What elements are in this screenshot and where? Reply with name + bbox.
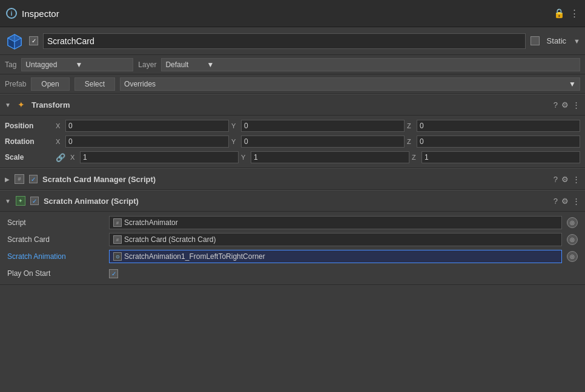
tag-dropdown[interactable]: Untagged ▼ <box>21 58 133 71</box>
scratch-animator-help-icon[interactable]: ? <box>554 197 558 206</box>
scratch-card-field-row: Scratch Card # Scratch Card (Scratch Car… <box>0 231 585 248</box>
position-xyz-group: X Y Z <box>56 120 580 132</box>
script-field-row: Script # ScratchAnimator ◎ <box>0 214 585 231</box>
scratch-card-manager-settings-icon[interactable]: ⚙ <box>561 175 569 184</box>
scale-y-input[interactable] <box>251 151 409 163</box>
transform-fields: Position X Y Z Rotation X Y Z Scale 🔗 X … <box>0 116 585 168</box>
prefab-overrides-dropdown[interactable]: Overrides ▼ <box>120 77 580 91</box>
transform-section-title: Transform <box>31 100 549 109</box>
prefab-open-button[interactable]: Open <box>31 77 69 91</box>
transform-help-icon[interactable]: ? <box>554 100 558 109</box>
script-target-button[interactable]: ◎ <box>567 217 578 228</box>
static-checkbox[interactable] <box>530 36 540 45</box>
transform-settings-icon[interactable]: ⚙ <box>561 100 569 109</box>
position-x-input[interactable] <box>65 120 229 132</box>
scratch-card-manager-checkbox[interactable]: ✓ <box>29 175 38 183</box>
play-on-start-field-value: ✓ <box>109 269 578 278</box>
scratch-card-manager-title: Scratch Card Manager (Script) <box>42 175 549 184</box>
menu-icon[interactable]: ⋮ <box>570 8 579 19</box>
play-on-start-checkbox[interactable]: ✓ <box>109 269 118 278</box>
scale-z-label: Z <box>412 154 419 161</box>
scratch-animation-target-button[interactable]: ◎ <box>567 251 578 262</box>
rotation-x-input[interactable] <box>65 136 229 148</box>
script-field-value: # ScratchAnimator <box>109 216 562 229</box>
rotation-x-label: X <box>56 138 63 145</box>
static-label: Static <box>547 36 567 45</box>
scratch-animation-value-icon: ⊙ <box>113 252 122 261</box>
scratch-animator-more-icon[interactable]: ⋮ <box>572 197 580 206</box>
scratch-animation-field-row: Scratch Animation ⊙ ScratchAnimation1_Fr… <box>0 248 585 265</box>
scratch-card-field-label: Scratch Card <box>7 235 104 244</box>
scratch-card-value-icon: # <box>113 235 122 244</box>
inspector-header: i Inspector 🔒 ⋮ <box>0 0 585 27</box>
layer-label: Layer <box>138 60 156 69</box>
position-label: Position <box>5 122 53 130</box>
prefab-select-button[interactable]: Select <box>74 77 115 91</box>
prefab-row: Prefab Open Select Overrides ▼ <box>0 74 585 94</box>
scratch-animator-script-icon: ✦ <box>16 196 25 206</box>
static-dropdown-arrow[interactable]: ▼ <box>573 38 580 45</box>
prefab-label: Prefab <box>5 80 26 88</box>
transform-collapse-icon[interactable]: ▼ <box>5 102 11 108</box>
scale-lock-icon[interactable]: 🔗 <box>56 153 65 162</box>
scale-xyz-group: X Y Z <box>70 151 580 163</box>
rotation-label: Rotation <box>5 137 53 146</box>
lock-icon[interactable]: 🔒 <box>554 8 565 19</box>
scale-x-label: X <box>70 154 78 161</box>
position-y-label: Y <box>231 122 239 129</box>
rotation-y-label: Y <box>231 138 239 145</box>
tag-layer-row: Tag Untagged ▼ Layer Default ▼ <box>0 55 585 74</box>
scratch-card-manager-more-icon[interactable]: ⋮ <box>572 175 580 184</box>
play-on-start-field-row: Play On Start ✓ <box>0 265 585 282</box>
script-value-icon: # <box>113 218 122 227</box>
scratch-animator-checkbox[interactable]: ✓ <box>30 197 39 205</box>
scale-z-input[interactable] <box>421 151 580 163</box>
scratch-card-manager-tools: ? ⚙ ⋮ <box>554 175 580 184</box>
position-y-input[interactable] <box>241 120 405 132</box>
inspector-title: Inspector <box>22 8 554 19</box>
rotation-y-input[interactable] <box>241 136 405 148</box>
scratch-animation-field-value[interactable]: ⊙ ScratchAnimation1_FromLeftToRightCorne… <box>109 250 562 263</box>
scale-label: Scale <box>5 153 53 162</box>
scale-y-label: Y <box>241 154 248 161</box>
scratch-card-manager-collapse-icon[interactable]: ▶ <box>5 176 10 183</box>
scratch-animation-field-label: Scratch Animation <box>7 252 104 261</box>
scratch-animator-collapse-icon[interactable]: ▼ <box>5 198 11 204</box>
tag-label: Tag <box>5 60 16 69</box>
position-z-label: Z <box>407 122 414 129</box>
gameobject-name-field[interactable] <box>43 33 526 49</box>
scratch-card-manager-header: ▶ # ✓ Scratch Card Manager (Script) ? ⚙ … <box>0 168 585 190</box>
transform-section-tools: ? ⚙ ⋮ <box>554 100 580 109</box>
scratch-animator-title: Scratch Animator (Script) <box>44 197 549 206</box>
scratch-animator-fields: Script # ScratchAnimator ◎ Scratch Card … <box>0 212 585 285</box>
rotation-z-input[interactable] <box>417 136 580 148</box>
rotation-row: Rotation X Y Z <box>0 134 585 149</box>
gameobject-row: ✓ Static ▼ <box>0 27 585 55</box>
script-field-label: Script <box>7 218 104 227</box>
scratch-card-field-value: # Scratch Card (Scratch Card) <box>109 233 562 246</box>
rotation-z-label: Z <box>407 138 414 145</box>
position-x-label: X <box>56 122 63 129</box>
scale-row: Scale 🔗 X Y Z <box>0 149 585 165</box>
rotation-xyz-group: X Y Z <box>56 136 580 148</box>
layer-dropdown[interactable]: Default ▼ <box>161 58 580 71</box>
header-icons: 🔒 ⋮ <box>554 8 579 19</box>
transform-more-icon[interactable]: ⋮ <box>572 100 580 109</box>
cube-svg <box>6 33 23 50</box>
info-icon: i <box>6 8 17 19</box>
position-row: Position X Y Z <box>0 118 585 134</box>
scale-x-input[interactable] <box>80 151 239 163</box>
play-on-start-field-label: Play On Start <box>7 269 104 278</box>
gameobject-checkbox[interactable]: ✓ <box>29 36 38 45</box>
scratch-card-manager-help-icon[interactable]: ? <box>554 175 558 184</box>
scratch-card-target-button[interactable]: ◎ <box>567 234 578 245</box>
gameobject-cube-icon <box>5 31 24 51</box>
scratch-animator-tools: ? ⚙ ⋮ <box>554 197 580 206</box>
scratch-card-manager-script-icon: # <box>15 174 24 184</box>
transform-icon: ✦ <box>16 99 27 110</box>
scratch-animator-header: ▼ ✦ ✓ Scratch Animator (Script) ? ⚙ ⋮ <box>0 190 585 212</box>
position-z-input[interactable] <box>417 120 580 132</box>
transform-section-header: ▼ ✦ Transform ? ⚙ ⋮ <box>0 94 585 116</box>
scratch-animator-settings-icon[interactable]: ⚙ <box>561 197 569 206</box>
